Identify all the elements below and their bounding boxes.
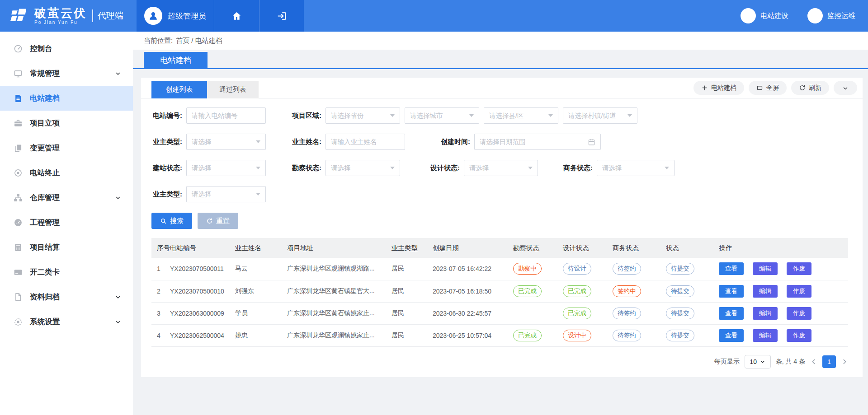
document-icon [14, 94, 23, 103]
created-date: 2023-07-05 16:18:50 [428, 280, 509, 302]
table-header-row: 序号电站编号业主姓名项目地址业主类型创建日期勘察状态设计状态商务状态状态操作 [151, 238, 848, 258]
build-status-select[interactable]: 请选择 [186, 160, 266, 176]
village-select[interactable]: 请选择村镇/街道 [563, 107, 637, 124]
edit-button[interactable]: 编辑 [753, 285, 778, 298]
chevron-down-icon [115, 319, 121, 325]
create-time-label: 创建时间: [405, 138, 474, 146]
briefcase-icon [14, 119, 23, 128]
owner-type2-label: 业主类型: [151, 190, 186, 199]
project-address: 广东深圳龙华区观澜镇姚家庄... [283, 324, 387, 346]
sidebar-item-仓库管理[interactable]: 仓库管理 [0, 185, 133, 210]
sidebar-item-控制台[interactable]: 控制台 [0, 36, 133, 61]
sidebar-item-资料归档[interactable]: 资料归档 [0, 284, 133, 309]
logout-button[interactable] [259, 0, 304, 32]
edit-button[interactable]: 编辑 [753, 262, 778, 275]
survey-status-select[interactable]: 请选择 [326, 160, 400, 176]
collapse-toolbar-button[interactable] [834, 81, 857, 95]
design-status-select[interactable]: 请选择 [464, 160, 538, 176]
chevron-down-icon [115, 294, 121, 300]
design-status-placeholder: 请选择 [469, 164, 489, 173]
status-badge: 待签约 [613, 308, 641, 319]
status-badge: 待签约 [613, 263, 641, 275]
sidebar-item-项目结算[interactable]: 项目结算 [0, 235, 133, 260]
sidebar-item-电站终止[interactable]: 电站终止 [0, 160, 133, 185]
status-badge: 设计中 [563, 330, 591, 341]
owner-type-select[interactable]: 请选择 [186, 134, 266, 150]
tab-create-list[interactable]: 创建列表 [151, 81, 207, 98]
column-header: 项目地址 [283, 238, 387, 258]
create-time-input[interactable]: 请选择日期范围 [474, 134, 601, 150]
business-status-select[interactable]: 请选择 [597, 160, 675, 176]
page-number-1[interactable]: 1 [822, 355, 836, 368]
owner-name-input[interactable] [326, 134, 405, 150]
sidebar-item-项目立项[interactable]: 项目立项 [0, 111, 133, 135]
province-select[interactable]: 请选择省份 [326, 107, 400, 124]
view-button[interactable]: 查看 [719, 329, 744, 342]
station-code-input[interactable] [186, 107, 266, 124]
column-header: 业主类型 [387, 238, 428, 258]
refresh-button[interactable]: 刷新 [791, 81, 829, 95]
city-select[interactable]: 请选择城市 [405, 107, 479, 124]
prev-page-button[interactable] [810, 358, 817, 365]
district-select[interactable]: 请选择县/区 [484, 107, 558, 124]
sidebar-item-变更管理[interactable]: 变更管理 [0, 135, 133, 160]
sidebar-item-工程管理[interactable]: 工程管理 [0, 210, 133, 235]
view-button[interactable]: 查看 [719, 285, 744, 298]
sidebar-item-开二类卡[interactable]: 开二类卡 [0, 260, 133, 284]
total-label: 条, 共 4 条 [776, 358, 805, 366]
sidebar-item-常规管理[interactable]: 常规管理 [0, 61, 133, 86]
sidebar-item-电站建档[interactable]: 电站建档 [0, 86, 133, 111]
view-button[interactable]: 查看 [719, 307, 744, 320]
column-header: 勘察状态 [509, 238, 558, 258]
edit-button[interactable]: 编辑 [753, 329, 778, 342]
sidebar-item-label: 项目立项 [30, 118, 121, 128]
header-nav-build[interactable]: 电站建设 [741, 8, 788, 23]
status-cell: 已完成 [509, 324, 558, 346]
sidebar-item-label: 资料归档 [30, 292, 115, 302]
search-icon [160, 218, 167, 224]
search-button[interactable]: 搜索 [151, 213, 192, 229]
owner-type2-select[interactable]: 请选择 [186, 186, 266, 202]
caret-down-icon [390, 114, 395, 117]
per-page-value: 10 [750, 358, 757, 365]
user-menu[interactable]: 超级管理员 [137, 0, 214, 32]
copy-icon [14, 144, 23, 153]
toolbar-buttons: 电站建档全屏刷新 [693, 81, 863, 95]
tab-underline [133, 68, 868, 69]
void-button[interactable]: 作废 [787, 307, 811, 320]
main-content: 当前位置: 首页 / 电站建档 电站建档 创建列表 通过列表 电站建档全屏刷新 … [133, 32, 868, 415]
add-station-button[interactable]: 电站建档 [693, 81, 744, 95]
list-tab-band: 创建列表 通过列表 电站建档全屏刷新 [141, 78, 863, 98]
reset-label: 重置 [216, 217, 230, 225]
project-address: 广东深圳龙华区黄石镇星官大... [283, 280, 387, 302]
reset-button[interactable]: 重置 [198, 213, 238, 229]
chevron-down-icon [760, 359, 765, 364]
build-status-placeholder: 请选择 [192, 164, 212, 173]
status-cell: 已完成 [509, 280, 558, 302]
page-tab[interactable]: 电站建档 [144, 52, 208, 68]
owner-name: 刘强东 [231, 280, 283, 302]
table-row: 3YX2023063000009学员广东深圳龙华区黄石镇姚家庄...居民2023… [151, 302, 848, 324]
caret-down-icon [665, 167, 669, 169]
fullscreen-button[interactable]: 全屏 [749, 81, 787, 95]
per-page-select[interactable]: 10 [745, 355, 771, 368]
logo: 破茧云伏 Po Jian Yun Fu 代理端 [0, 0, 131, 32]
owner-name: 姚忠 [231, 324, 283, 346]
home-button[interactable] [214, 0, 259, 32]
actions-cell: 查看编辑作废 [714, 324, 848, 346]
header-nav-label: 监控运维 [827, 11, 855, 21]
edit-button[interactable]: 编辑 [753, 307, 778, 320]
view-button[interactable]: 查看 [719, 262, 744, 275]
wrench-icon [807, 8, 823, 23]
next-page-button[interactable] [841, 358, 848, 365]
owner-type-placeholder: 请选择 [192, 138, 212, 146]
void-button[interactable]: 作废 [787, 285, 811, 298]
void-button[interactable]: 作废 [787, 329, 811, 342]
tab-passed-list[interactable]: 通过列表 [207, 81, 259, 98]
sidebar-item-系统设置[interactable]: 系统设置 [0, 309, 133, 334]
header-nav-label: 电站建设 [760, 11, 788, 21]
status-cell: 待签约 [608, 302, 661, 324]
region-label: 项目区域: [266, 112, 326, 120]
void-button[interactable]: 作废 [787, 262, 811, 275]
header-nav-monitor[interactable]: 监控运维 [807, 8, 855, 23]
